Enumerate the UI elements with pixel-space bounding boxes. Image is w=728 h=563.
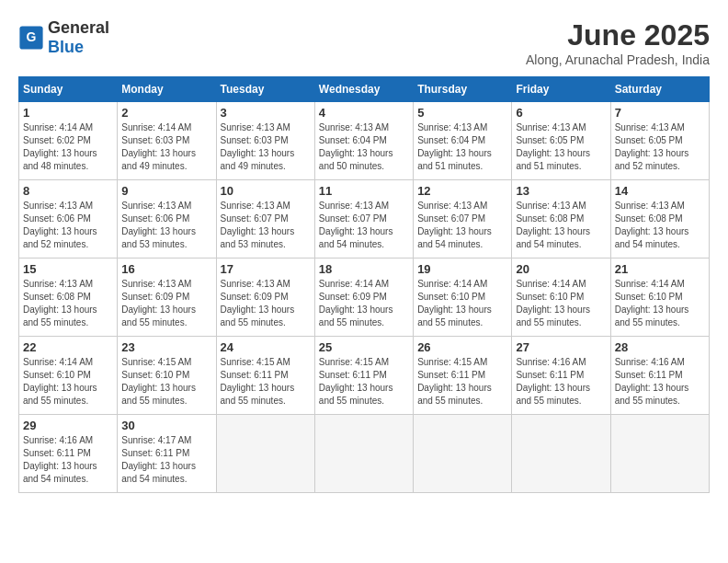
calendar-cell-w3d4: 18Sunrise: 4:14 AMSunset: 6:09 PMDayligh… (314, 259, 413, 337)
calendar-cell-w2d4: 11Sunrise: 4:13 AMSunset: 6:07 PMDayligh… (314, 180, 413, 259)
day-number: 7 (615, 106, 705, 120)
calendar-cell-w2d2: 9Sunrise: 4:13 AMSunset: 6:06 PMDaylight… (118, 180, 216, 259)
logo-icon: G (18, 25, 44, 51)
calendar-cell-w4d6: 27Sunrise: 4:16 AMSunset: 6:11 PMDayligh… (512, 337, 610, 415)
calendar-cell-w4d2: 23Sunrise: 4:15 AMSunset: 6:10 PMDayligh… (118, 337, 216, 415)
calendar-cell-w5d4 (314, 415, 413, 493)
day-number: 10 (221, 184, 311, 198)
logo-text-general: General (48, 18, 109, 37)
calendar-cell-w4d1: 22Sunrise: 4:14 AMSunset: 6:10 PMDayligh… (19, 337, 118, 415)
col-friday: Friday (512, 77, 610, 102)
day-number: 18 (319, 262, 409, 276)
day-info: Sunrise: 4:15 AMSunset: 6:11 PMDaylight:… (417, 356, 507, 408)
day-info: Sunrise: 4:15 AMSunset: 6:11 PMDaylight:… (319, 356, 409, 408)
day-info: Sunrise: 4:15 AMSunset: 6:11 PMDaylight:… (221, 356, 311, 408)
day-info: Sunrise: 4:13 AMSunset: 6:05 PMDaylight:… (516, 121, 606, 173)
calendar-cell-w3d5: 19Sunrise: 4:14 AMSunset: 6:10 PMDayligh… (414, 259, 512, 337)
day-number: 23 (121, 340, 211, 354)
title-area: June 2025 Along, Arunachal Pradesh, Indi… (526, 18, 710, 67)
day-info: Sunrise: 4:13 AMSunset: 6:07 PMDaylight:… (417, 200, 507, 251)
calendar: Sunday Monday Tuesday Wednesday Thursday… (18, 76, 710, 493)
day-number: 25 (319, 340, 409, 354)
calendar-cell-w3d2: 16Sunrise: 4:13 AMSunset: 6:09 PMDayligh… (118, 259, 216, 337)
calendar-cell-w1d1: 1Sunrise: 4:14 AMSunset: 6:02 PMDaylight… (19, 102, 118, 180)
day-info: Sunrise: 4:13 AMSunset: 6:05 PMDaylight:… (615, 121, 705, 173)
day-info: Sunrise: 4:13 AMSunset: 6:08 PMDaylight:… (23, 278, 113, 329)
day-number: 1 (23, 106, 113, 120)
day-number: 11 (319, 184, 409, 198)
day-info: Sunrise: 4:14 AMSunset: 6:02 PMDaylight:… (23, 121, 113, 173)
day-info: Sunrise: 4:14 AMSunset: 6:10 PMDaylight:… (615, 278, 705, 329)
day-number: 8 (23, 184, 113, 198)
calendar-cell-w5d1: 29Sunrise: 4:16 AMSunset: 6:11 PMDayligh… (19, 415, 118, 493)
calendar-cell-w4d4: 25Sunrise: 4:15 AMSunset: 6:11 PMDayligh… (314, 337, 413, 415)
calendar-cell-w1d6: 6Sunrise: 4:13 AMSunset: 6:05 PMDaylight… (512, 102, 610, 180)
col-wednesday: Wednesday (314, 77, 413, 102)
header: G General Blue June 2025 Along, Arunacha… (18, 18, 710, 67)
day-info: Sunrise: 4:13 AMSunset: 6:09 PMDaylight:… (121, 278, 211, 329)
day-number: 16 (121, 262, 211, 276)
day-number: 4 (319, 106, 409, 120)
calendar-cell-w4d5: 26Sunrise: 4:15 AMSunset: 6:11 PMDayligh… (414, 337, 512, 415)
day-number: 13 (516, 184, 606, 198)
day-info: Sunrise: 4:14 AMSunset: 6:03 PMDaylight:… (121, 121, 211, 173)
logo-text-blue: Blue (48, 38, 84, 56)
day-number: 5 (417, 106, 507, 120)
day-info: Sunrise: 4:17 AMSunset: 6:11 PMDaylight:… (121, 434, 211, 486)
calendar-cell-w5d6 (512, 415, 610, 493)
month-year: June 2025 (526, 18, 710, 52)
calendar-cell-w2d3: 10Sunrise: 4:13 AMSunset: 6:07 PMDayligh… (216, 180, 314, 259)
day-number: 21 (615, 262, 705, 276)
week-row-2: 8Sunrise: 4:13 AMSunset: 6:06 PMDaylight… (19, 180, 710, 259)
col-saturday: Saturday (610, 77, 709, 102)
day-number: 27 (516, 340, 606, 354)
day-number: 12 (417, 184, 507, 198)
day-info: Sunrise: 4:15 AMSunset: 6:10 PMDaylight:… (121, 356, 211, 408)
day-number: 19 (417, 262, 507, 276)
calendar-cell-w2d5: 12Sunrise: 4:13 AMSunset: 6:07 PMDayligh… (414, 180, 512, 259)
day-info: Sunrise: 4:13 AMSunset: 6:04 PMDaylight:… (417, 121, 507, 173)
week-row-4: 22Sunrise: 4:14 AMSunset: 6:10 PMDayligh… (19, 337, 710, 415)
day-info: Sunrise: 4:14 AMSunset: 6:09 PMDaylight:… (319, 278, 409, 329)
day-info: Sunrise: 4:16 AMSunset: 6:11 PMDaylight:… (23, 434, 113, 486)
col-monday: Monday (118, 77, 216, 102)
day-info: Sunrise: 4:13 AMSunset: 6:04 PMDaylight:… (319, 121, 409, 173)
calendar-cell-w3d7: 21Sunrise: 4:14 AMSunset: 6:10 PMDayligh… (610, 259, 709, 337)
calendar-cell-w3d3: 17Sunrise: 4:13 AMSunset: 6:09 PMDayligh… (216, 259, 314, 337)
day-info: Sunrise: 4:16 AMSunset: 6:11 PMDaylight:… (615, 356, 705, 408)
day-number: 29 (23, 419, 113, 432)
day-number: 3 (221, 106, 311, 120)
calendar-cell-w2d7: 14Sunrise: 4:13 AMSunset: 6:08 PMDayligh… (610, 180, 709, 259)
day-number: 15 (23, 262, 113, 276)
calendar-cell-w5d7 (610, 415, 709, 493)
day-number: 14 (615, 184, 705, 198)
day-info: Sunrise: 4:13 AMSunset: 6:08 PMDaylight:… (615, 200, 705, 251)
logo: G General Blue (18, 18, 109, 57)
col-thursday: Thursday (414, 77, 512, 102)
day-number: 22 (23, 340, 113, 354)
day-number: 26 (417, 340, 507, 354)
col-sunday: Sunday (19, 77, 118, 102)
day-info: Sunrise: 4:13 AMSunset: 6:07 PMDaylight:… (319, 200, 409, 251)
day-info: Sunrise: 4:13 AMSunset: 6:06 PMDaylight:… (23, 200, 113, 251)
day-info: Sunrise: 4:13 AMSunset: 6:03 PMDaylight:… (221, 121, 311, 173)
calendar-cell-w1d7: 7Sunrise: 4:13 AMSunset: 6:05 PMDaylight… (610, 102, 709, 180)
calendar-cell-w1d4: 4Sunrise: 4:13 AMSunset: 6:04 PMDaylight… (314, 102, 413, 180)
day-info: Sunrise: 4:14 AMSunset: 6:10 PMDaylight:… (417, 278, 507, 329)
calendar-cell-w2d1: 8Sunrise: 4:13 AMSunset: 6:06 PMDaylight… (19, 180, 118, 259)
calendar-cell-w5d5 (414, 415, 512, 493)
calendar-cell-w1d5: 5Sunrise: 4:13 AMSunset: 6:04 PMDaylight… (414, 102, 512, 180)
week-row-5: 29Sunrise: 4:16 AMSunset: 6:11 PMDayligh… (19, 415, 710, 493)
day-info: Sunrise: 4:14 AMSunset: 6:10 PMDaylight:… (23, 356, 113, 408)
day-number: 17 (221, 262, 311, 276)
day-info: Sunrise: 4:13 AMSunset: 6:09 PMDaylight:… (221, 278, 311, 329)
svg-text:G: G (27, 29, 37, 44)
day-number: 30 (121, 419, 211, 432)
calendar-cell-w5d2: 30Sunrise: 4:17 AMSunset: 6:11 PMDayligh… (118, 415, 216, 493)
col-tuesday: Tuesday (216, 77, 314, 102)
week-row-3: 15Sunrise: 4:13 AMSunset: 6:08 PMDayligh… (19, 259, 710, 337)
calendar-cell-w4d7: 28Sunrise: 4:16 AMSunset: 6:11 PMDayligh… (610, 337, 709, 415)
day-number: 9 (121, 184, 211, 198)
day-info: Sunrise: 4:16 AMSunset: 6:11 PMDaylight:… (516, 356, 606, 408)
calendar-header-row: Sunday Monday Tuesday Wednesday Thursday… (19, 77, 710, 102)
